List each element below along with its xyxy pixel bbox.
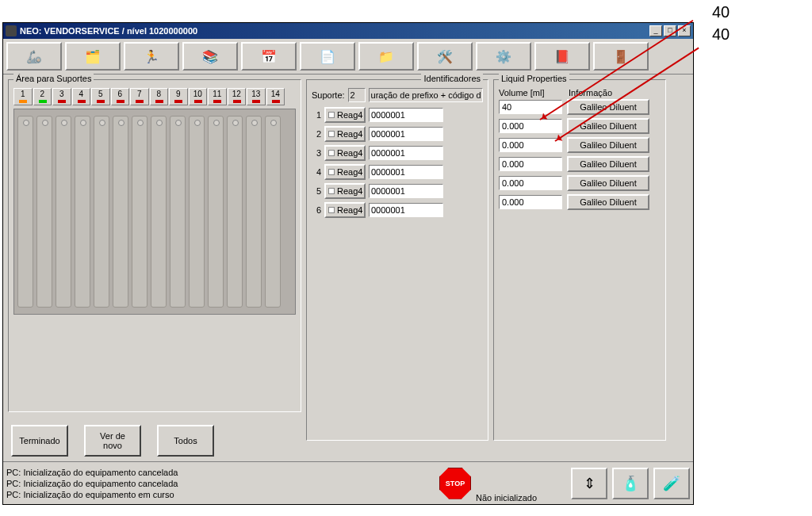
info-button[interactable]: Galileo Diluent: [567, 175, 649, 191]
rack-column[interactable]: [227, 116, 243, 308]
support-tab-8[interactable]: 8: [150, 88, 169, 105]
bottle-icon[interactable]: 🧴: [612, 468, 649, 499]
rack-column[interactable]: [17, 116, 33, 308]
rack-column[interactable]: [151, 116, 167, 308]
ver-de-novo-button[interactable]: Ver de novo: [84, 425, 141, 457]
status-messages: PC: Inicialização do equipamento cancela…: [6, 467, 435, 500]
probe-icon[interactable]: ⇕: [571, 468, 607, 499]
reagent-button[interactable]: Reag4: [324, 145, 366, 161]
reagent-row: 4Reag4: [312, 164, 483, 180]
liquid-row: Galileo Diluent: [499, 137, 661, 153]
checkbox-icon: [328, 169, 335, 175]
main-toolbar: 🦾 🗂️ 🏃 📚 📅 📄 📁 🛠️ ⚙️ 📕 🚪: [3, 39, 693, 75]
row-index: 3: [312, 148, 321, 158]
reagent-row: 3Reag4: [312, 145, 483, 161]
led-icon: [136, 100, 144, 103]
content-area: Área para Suportes 1234567891011121314 T…: [3, 75, 693, 461]
card-icon[interactable]: 🗂️: [65, 42, 121, 71]
support-tab-11[interactable]: 11: [208, 88, 227, 105]
reagent-button[interactable]: Reag4: [324, 126, 366, 142]
info-button[interactable]: Galileo Diluent: [567, 156, 649, 172]
support-tab-10[interactable]: 10: [189, 88, 208, 105]
led-icon: [97, 100, 105, 103]
app-icon: [6, 25, 17, 36]
reagent-code-input[interactable]: [369, 108, 443, 122]
reagent-button[interactable]: Reag4: [324, 183, 366, 199]
reagents-icon[interactable]: 🧪: [653, 468, 690, 499]
supports-legend: Área para Suportes: [13, 74, 94, 83]
results-icon[interactable]: 📄: [300, 42, 355, 71]
support-tab-14[interactable]: 14: [266, 88, 285, 105]
rack-column[interactable]: [75, 116, 90, 308]
reagent-button[interactable]: Reag4: [324, 164, 366, 180]
rack-column[interactable]: [132, 116, 147, 308]
tools-icon[interactable]: 🛠️: [417, 42, 473, 71]
stop-icon: STOP: [439, 468, 471, 499]
liquid-row: Galileo Diluent: [499, 194, 661, 210]
gear-icon[interactable]: ⚙️: [476, 42, 531, 71]
led-icon: [194, 100, 202, 103]
reagent-button[interactable]: Reag4: [324, 107, 366, 123]
status-state: Não inicializado: [476, 493, 547, 503]
support-tab-7[interactable]: 7: [130, 88, 149, 105]
rack-column[interactable]: [189, 116, 205, 308]
rack-area: [13, 109, 296, 315]
led-icon: [78, 100, 86, 103]
support-tab-1[interactable]: 1: [13, 88, 33, 105]
reagent-label: Reag4: [337, 110, 362, 120]
support-tab-6[interactable]: 6: [111, 88, 130, 105]
support-tab-3[interactable]: 3: [52, 88, 71, 105]
schedule-icon[interactable]: 📅: [241, 42, 297, 71]
row-index: 4: [312, 167, 321, 177]
volume-input[interactable]: [499, 157, 562, 171]
reagent-code-input[interactable]: [369, 184, 443, 198]
support-tab-13[interactable]: 13: [247, 88, 266, 105]
todos-button[interactable]: Todos: [157, 425, 214, 457]
window-title: NEO: VENDORSERVICE / nível 1020000000: [20, 26, 197, 36]
arm-icon[interactable]: 🦾: [6, 42, 62, 71]
stop-button[interactable]: STOP: [439, 468, 471, 499]
info-button[interactable]: Galileo Diluent: [567, 194, 649, 210]
reagent-label: Reag4: [337, 205, 362, 215]
support-tabs: 1234567891011121314: [13, 88, 296, 105]
reagent-row: 2Reag4: [312, 126, 483, 142]
liquid-legend: Liquid Properties: [499, 74, 569, 83]
rack-column[interactable]: [265, 116, 281, 308]
reagent-code-input[interactable]: [369, 203, 443, 217]
terminado-button[interactable]: Terminado: [11, 425, 68, 457]
library-icon[interactable]: 📚: [182, 42, 238, 71]
support-tab-4[interactable]: 4: [72, 88, 91, 105]
help-icon[interactable]: 📕: [534, 42, 590, 71]
volume-input[interactable]: [499, 195, 562, 209]
led-icon: [155, 100, 163, 103]
identificadores-fieldset: Identificadores Suporte: 1Reag42Reag43Re…: [306, 79, 488, 441]
info-button[interactable]: Galileo Diluent: [567, 137, 649, 153]
folder-icon[interactable]: 📁: [358, 42, 414, 71]
identificadores-legend: Identificadores: [421, 74, 483, 83]
support-tab-5[interactable]: 5: [91, 88, 110, 105]
support-tab-9[interactable]: 9: [169, 88, 188, 105]
reagent-code-input[interactable]: [369, 165, 443, 179]
checkbox-icon: [328, 112, 335, 118]
rack-column[interactable]: [208, 116, 224, 308]
rack-column[interactable]: [246, 116, 262, 308]
annotation-40-2: 40: [712, 25, 730, 44]
led-icon: [252, 100, 260, 103]
liquid-fieldset: Liquid Properties Volume [ml] Informação…: [493, 79, 666, 441]
rack-column[interactable]: [36, 116, 52, 308]
led-icon: [19, 100, 27, 103]
rack-column[interactable]: [94, 116, 109, 308]
support-tab-2[interactable]: 2: [33, 88, 52, 105]
reagent-button[interactable]: Reag4: [324, 202, 366, 218]
rack-column[interactable]: [56, 116, 71, 308]
rack-column[interactable]: [170, 116, 186, 308]
reagent-code-input[interactable]: [369, 146, 443, 160]
volume-input[interactable]: [499, 119, 562, 133]
row-index: 5: [312, 186, 321, 196]
support-tab-12[interactable]: 12: [228, 88, 247, 105]
volume-input[interactable]: [499, 176, 562, 190]
reagent-code-input[interactable]: [369, 127, 443, 141]
minimize-button[interactable]: _: [649, 25, 662, 36]
rack-column[interactable]: [113, 116, 128, 308]
run-icon[interactable]: 🏃: [124, 42, 179, 71]
